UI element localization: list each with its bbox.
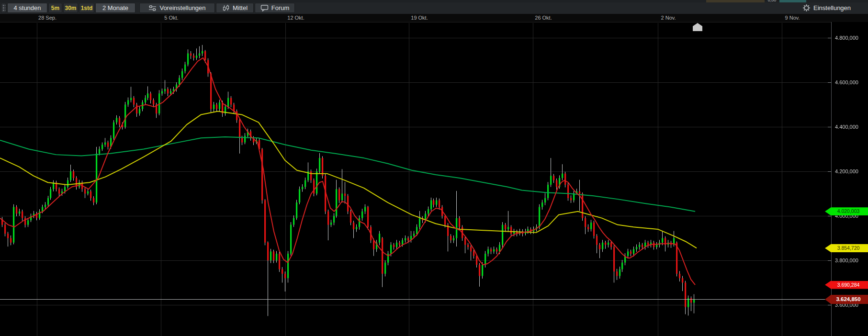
indicator-button[interactable]: Mittel — [216, 3, 254, 13]
candlestick-canvas[interactable] — [0, 22, 868, 336]
settings-button[interactable]: Einstellungen — [802, 3, 867, 13]
chart-plot-area[interactable]: 4.800,0004.600,0004.400,0004.200,0004.00… — [0, 22, 868, 336]
speech-bubble-icon — [260, 4, 269, 11]
x-axis-label: 28 Sep. — [38, 15, 56, 21]
ma-yellow-value-badge: 3.854,720 — [825, 244, 868, 252]
x-axis-label: 26 Okt. — [535, 15, 552, 21]
x-axis-label: 9 Nov. — [785, 15, 800, 21]
drag-handle-icon[interactable] — [1, 3, 6, 13]
sliders-icon — [148, 5, 157, 11]
x-axis-label: 5 Okt. — [164, 15, 178, 21]
interval-30m-button[interactable]: 30m — [63, 3, 78, 13]
y-axis-label: 3.800,000 — [835, 258, 858, 263]
y-axis-label: 4.600,000 — [835, 79, 858, 85]
last-price-badge: 3.624,850 — [825, 295, 868, 304]
timeframe-label: 4 stunden — [13, 4, 41, 11]
candlestick-icon — [222, 4, 230, 12]
chart-toolbar: 4 stunden 5m 30m 1std 2 Monate Voreinste… — [0, 2, 868, 14]
y-axis-label: 4.400,000 — [835, 124, 858, 130]
ma-red-value-badge: 3.690,284 — [825, 281, 868, 289]
x-axis-date-row: 28 Sep.5 Okt.12 Okt.19 Okt.26 Okt.2 Nov.… — [0, 14, 868, 22]
x-axis-label: 12 Okt. — [287, 15, 304, 21]
x-axis-label: 2 Nov. — [661, 15, 676, 21]
presets-button[interactable]: Voreinstellungen — [139, 3, 215, 13]
clipped-quote-value: 0,00 — [765, 0, 779, 0]
timeframe-button[interactable]: 4 stunden — [7, 3, 47, 13]
y-axis-label: 4.800,000 — [835, 35, 858, 41]
ma-green-value-badge: 4.020,003 — [825, 207, 868, 215]
forum-button[interactable]: Forum — [255, 3, 295, 13]
interval-5m-button[interactable]: 5m — [48, 3, 62, 13]
y-axis-label: 4.200,000 — [835, 168, 858, 174]
trading-chart-window: 0,00 4 stunden 5m 30m 1std 2 Monate Vore… — [0, 0, 868, 336]
interval-1std-button[interactable]: 1std — [79, 3, 94, 13]
range-button[interactable]: 2 Monate — [95, 3, 135, 13]
x-axis-label: 19 Okt. — [411, 15, 428, 21]
gear-icon — [802, 4, 811, 12]
